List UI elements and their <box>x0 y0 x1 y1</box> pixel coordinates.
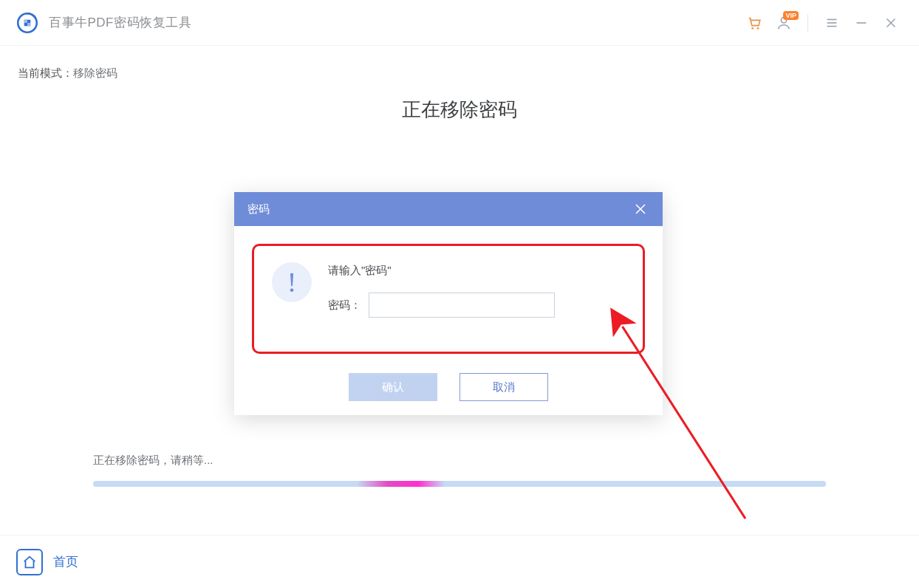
footer: 首页 <box>0 535 919 588</box>
svg-point-4 <box>751 27 754 29</box>
titlebar: 百事牛PDF密码恢复工具 VIP <box>0 0 919 46</box>
content-area: 当前模式：移除密码 正在移除密码 密码 ! 请输入"密码" 密码： <box>0 46 919 533</box>
password-input[interactable] <box>369 293 555 318</box>
user-icon[interactable]: VIP <box>771 10 797 36</box>
dialog-close-button[interactable] <box>632 200 649 218</box>
app-logo-icon <box>15 10 40 35</box>
dialog-title: 密码 <box>247 202 632 216</box>
vip-badge: VIP <box>783 11 799 20</box>
mode-label: 当前模式： <box>18 66 73 79</box>
annotation-highlight-box: ! 请输入"密码" 密码： <box>252 244 645 354</box>
dialog-actions: 确认 取消 <box>252 373 645 401</box>
prompt-text: 请输入"密码" <box>328 264 555 278</box>
confirm-button[interactable]: 确认 <box>349 373 437 401</box>
cancel-button[interactable]: 取消 <box>460 373 548 401</box>
home-button[interactable]: 首页 <box>16 549 78 575</box>
password-dialog: 密码 ! 请输入"密码" 密码： 确认 <box>234 192 663 415</box>
progress-area: 正在移除密码，请稍等... <box>93 454 826 487</box>
menu-icon[interactable] <box>819 10 845 36</box>
info-icon: ! <box>272 262 312 302</box>
home-label: 首页 <box>53 553 78 570</box>
titlebar-separator <box>807 14 808 32</box>
close-icon[interactable] <box>878 10 904 36</box>
progress-bar <box>93 481 826 487</box>
dialog-header: 密码 <box>234 192 663 226</box>
input-block: 请输入"密码" 密码： <box>328 262 555 318</box>
svg-rect-2 <box>24 19 27 22</box>
cart-icon[interactable] <box>741 10 768 36</box>
svg-rect-3 <box>27 23 30 26</box>
dialog-body: ! 请输入"密码" 密码： 确认 取消 <box>234 226 663 401</box>
home-icon <box>16 549 43 575</box>
minimize-icon[interactable] <box>848 10 875 36</box>
mode-line: 当前模式：移除密码 <box>18 66 901 81</box>
app-title: 百事牛PDF密码恢复工具 <box>49 14 191 31</box>
progress-text: 正在移除密码，请稍等... <box>93 454 826 468</box>
password-field-row: 密码： <box>328 293 555 318</box>
progress-indicator <box>357 481 445 487</box>
mode-value: 移除密码 <box>73 66 117 79</box>
password-label: 密码： <box>328 298 361 312</box>
svg-point-5 <box>757 27 759 29</box>
page-heading: 正在移除密码 <box>18 97 901 123</box>
